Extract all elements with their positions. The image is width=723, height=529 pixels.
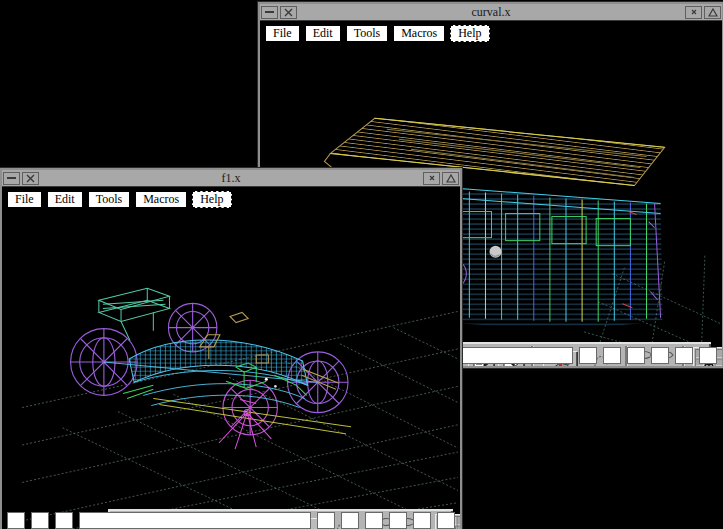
menu-edit[interactable]: Edit — [47, 191, 83, 208]
dash-icon — [265, 10, 274, 14]
window-maximize-button[interactable] — [442, 172, 459, 185]
strip-button[interactable] — [627, 347, 645, 364]
strip-button[interactable] — [675, 347, 693, 364]
titlebar[interactable]: curval.x — [260, 4, 722, 21]
menubar: File Edit Tools Macros Help — [7, 191, 232, 208]
strip-button[interactable] — [699, 347, 717, 364]
status-bar — [79, 512, 311, 529]
window-title: f1.x — [40, 171, 422, 186]
menu-macros[interactable]: Macros — [393, 25, 445, 42]
menu-help[interactable]: Help — [192, 191, 231, 208]
strip-button[interactable] — [31, 512, 49, 529]
titlebar[interactable]: f1.x — [2, 170, 460, 187]
strip-button[interactable] — [651, 347, 669, 364]
status-strip — [4, 512, 458, 529]
window-menu-button[interactable] — [3, 172, 20, 185]
strip-button[interactable] — [365, 512, 383, 529]
window-close-button[interactable] — [280, 6, 297, 19]
dash-icon — [7, 176, 16, 180]
desktop: { "menubar": { "items": ["File", "Edit",… — [0, 0, 723, 529]
strip-button[interactable] — [437, 512, 455, 529]
window-title: curval.x — [298, 5, 684, 20]
menu-macros[interactable]: Macros — [135, 191, 187, 208]
triangle-icon — [708, 8, 718, 17]
menu-tools[interactable]: Tools — [88, 191, 131, 208]
strip-button[interactable] — [341, 512, 359, 529]
menu-help[interactable]: Help — [450, 25, 489, 42]
strip-button[interactable] — [55, 512, 73, 529]
small-x-icon — [428, 174, 436, 182]
window-menu-button[interactable] — [261, 6, 278, 19]
window-iconify-button[interactable] — [685, 6, 702, 19]
menu-tools[interactable]: Tools — [346, 25, 389, 42]
strip-button[interactable] — [603, 347, 621, 364]
window-iconify-button[interactable] — [423, 172, 440, 185]
strip-button[interactable] — [7, 512, 25, 529]
window-maximize-button[interactable] — [704, 6, 721, 19]
triangle-icon — [446, 174, 456, 183]
cross-icon — [284, 8, 293, 17]
f1-wireframe — [2, 187, 460, 529]
menu-file[interactable]: File — [7, 191, 42, 208]
small-x-icon — [690, 8, 698, 16]
strip-button[interactable] — [413, 512, 431, 529]
menubar: File Edit Tools Macros Help — [265, 25, 490, 42]
viewport-3d[interactable]: File Edit Tools Macros Help — [2, 187, 460, 529]
window-f1: f1.x — [0, 168, 462, 529]
cross-icon — [26, 174, 35, 183]
menu-edit[interactable]: Edit — [305, 25, 341, 42]
f1-car-model — [71, 288, 351, 449]
menu-file[interactable]: File — [265, 25, 300, 42]
strip-button[interactable] — [317, 512, 335, 529]
strip-button[interactable] — [389, 512, 407, 529]
strip-button[interactable] — [579, 347, 597, 364]
window-close-button[interactable] — [22, 172, 39, 185]
